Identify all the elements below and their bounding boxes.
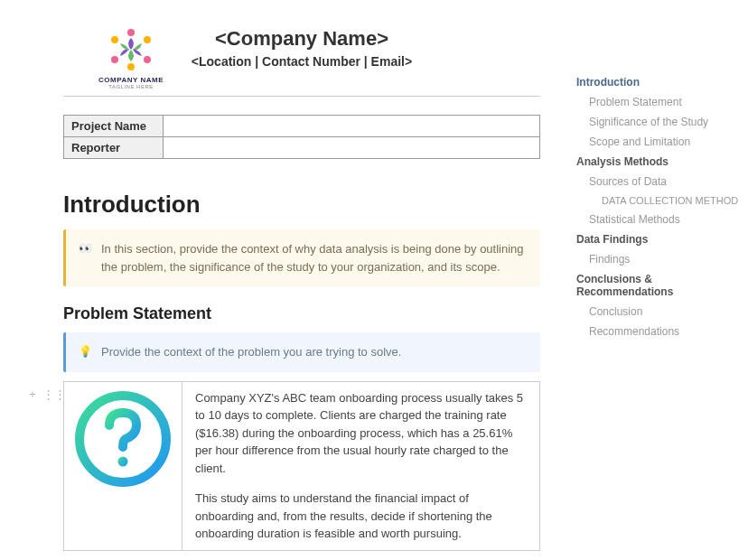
logo-name-text: COMPANY NAME [90,76,172,84]
toc-findings[interactable]: Findings [576,249,739,269]
logo-tagline-text: TAGLINE HERE [90,84,172,89]
bulb-icon: 💡 [79,343,92,359]
drag-handle-icon[interactable]: ⋮⋮ [42,387,55,401]
toc-data-findings[interactable]: Data Findings [576,229,739,249]
block-handles: + ⋮⋮ [26,387,55,401]
company-logo: COMPANY NAME TAGLINE HERE [90,27,172,89]
toc-sidebar: Introduction Problem Statement Significa… [567,0,748,560]
project-name-label: Project Name [64,116,164,137]
problem-paragraph-2: This study aims to understand the financ… [195,490,527,543]
toc-scope[interactable]: Scope and Limitation [576,132,739,152]
toc-sources[interactable]: Sources of Data [576,172,739,191]
toc-data-collection[interactable]: DATA COLLECTION METHOD [576,191,739,210]
document-header: COMPANY NAME TAGLINE HERE <Company Name>… [63,27,540,69]
eyes-icon: 👀 [79,240,92,257]
logo-icon [104,27,158,72]
problem-paragraph-1: Company XYZ's ABC team onboarding proces… [195,389,527,478]
problem-statement-heading[interactable]: Problem Statement [63,304,540,323]
problem-callout[interactable]: 💡 Provide the context of the problem you… [63,332,540,372]
problem-content-block[interactable]: + ⋮⋮ Company XYZ's ABC team [63,381,540,551]
toc-recommendations[interactable]: Recommendations [576,322,739,341]
intro-callout-text: In this section, provide the context of … [101,240,528,275]
add-block-button[interactable]: + [26,387,39,401]
toc-conclusion[interactable]: Conclusion [576,302,739,322]
toc-problem-statement[interactable]: Problem Statement [576,92,739,112]
table-row: Reporter [64,137,540,159]
question-icon-cell [64,382,182,496]
question-mark-icon [73,389,173,489]
project-name-value[interactable] [164,116,540,137]
svg-point-7 [118,456,128,466]
reporter-label: Reporter [64,137,164,159]
problem-callout-text: Provide the context of the problem you a… [101,343,401,361]
project-info-table: Project Name Reporter [63,115,540,159]
toc-significance[interactable]: Significance of the Study [576,112,739,132]
document-main: COMPANY NAME TAGLINE HERE <Company Name>… [0,0,567,560]
svg-point-4 [111,56,118,63]
introduction-heading[interactable]: Introduction [63,191,540,219]
toc-conclusions[interactable]: Conclusions & Recommendations [576,269,739,302]
svg-point-1 [144,36,151,43]
toc-introduction[interactable]: Introduction [576,72,739,92]
table-row: Project Name [64,116,540,137]
reporter-value[interactable] [164,137,540,159]
svg-point-5 [111,36,118,43]
svg-point-0 [127,29,135,36]
svg-point-2 [144,56,151,63]
toc-analysis-methods[interactable]: Analysis Methods [576,152,739,172]
problem-body-text[interactable]: Company XYZ's ABC team onboarding proces… [182,382,539,550]
divider [63,96,540,97]
toc-statistical[interactable]: Statistical Methods [576,210,739,229]
svg-point-3 [127,63,135,70]
intro-callout[interactable]: 👀 In this section, provide the context o… [63,229,540,286]
